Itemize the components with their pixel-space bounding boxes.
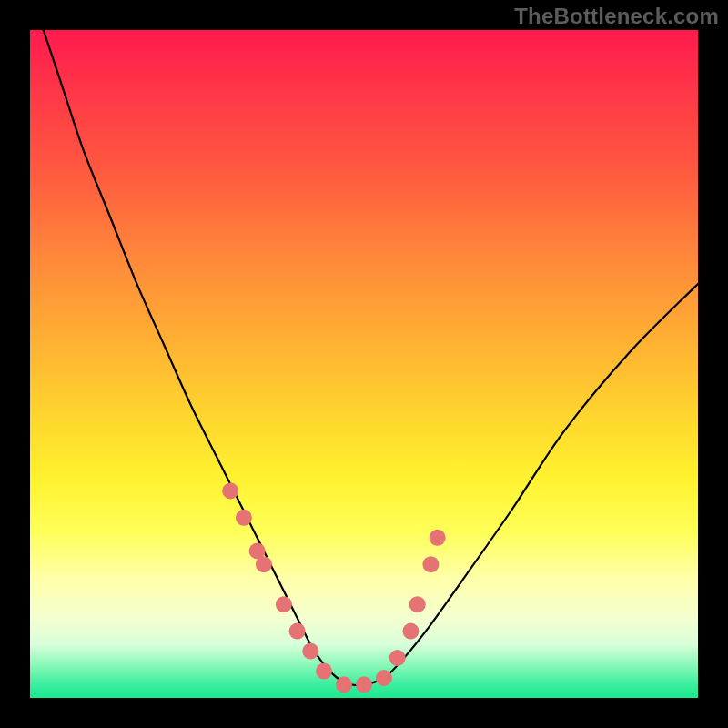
bottleneck-curve xyxy=(44,30,698,685)
chart-frame: TheBottleneck.com xyxy=(0,0,728,728)
curve-svg xyxy=(30,30,698,698)
highlight-point xyxy=(336,676,352,693)
highlight-point xyxy=(302,643,318,660)
highlight-point xyxy=(410,596,426,612)
highlight-point xyxy=(422,556,439,572)
highlight-point xyxy=(389,650,406,666)
highlight-point xyxy=(376,670,392,686)
highlight-point xyxy=(356,676,372,693)
highlight-point xyxy=(316,663,332,680)
highlight-point xyxy=(402,623,419,640)
highlight-point xyxy=(430,530,446,546)
highlight-point xyxy=(289,623,306,640)
highlight-point xyxy=(236,510,252,526)
highlight-point xyxy=(276,596,292,612)
plot-area xyxy=(30,30,698,698)
highlight-points xyxy=(222,483,446,693)
watermark-text: TheBottleneck.com xyxy=(514,4,719,29)
highlight-point xyxy=(256,556,272,572)
highlight-point xyxy=(222,483,238,500)
